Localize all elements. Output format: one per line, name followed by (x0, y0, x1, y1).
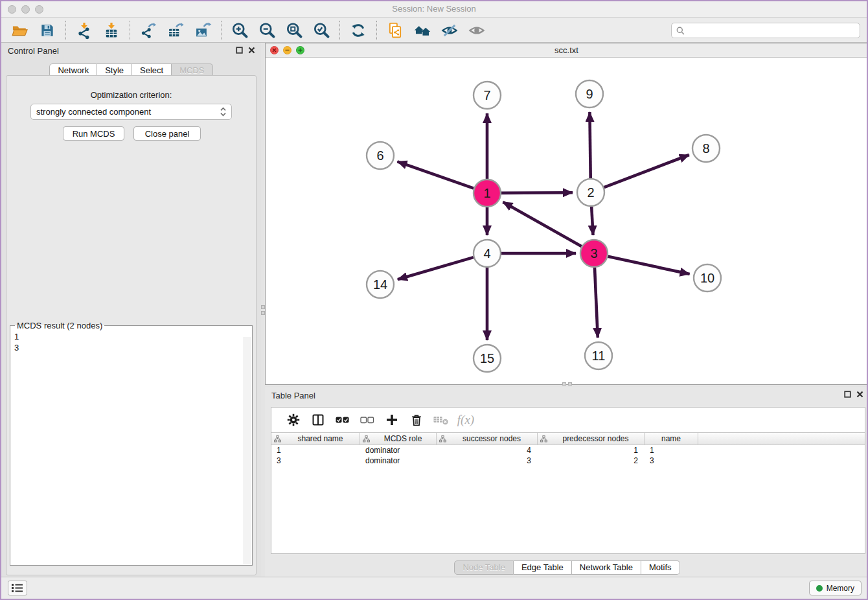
edge-3-11[interactable] (595, 268, 598, 338)
delete-table-button[interactable] (429, 410, 453, 430)
table-row[interactable]: 3dominator323 (271, 456, 865, 466)
edge-4-14[interactable] (398, 257, 474, 279)
control-panel-title: Control Panel (8, 46, 59, 56)
deselect-all-button[interactable] (355, 410, 380, 430)
node-10[interactable]: 10 (694, 264, 721, 292)
column-settings-button[interactable] (281, 410, 306, 430)
gear-icon (287, 413, 300, 426)
table-cell: 2 (538, 456, 645, 465)
node-table-container: f(x) shared nameMCDS rolesuccessor nodes… (271, 407, 865, 554)
select-chevrons-icon (220, 107, 226, 117)
export-table-icon (166, 21, 185, 40)
export-image-button[interactable] (192, 20, 214, 41)
node-9[interactable]: 9 (576, 80, 603, 108)
node-2[interactable]: 2 (577, 179, 604, 206)
table-cell: 3 (645, 456, 698, 465)
show-all-button[interactable] (466, 20, 488, 41)
result-scrollbar[interactable] (244, 337, 251, 564)
function-fx-icon: f(x) (457, 413, 474, 427)
column-header-successor-nodes[interactable]: successor nodes (437, 433, 538, 444)
table-cell: 1 (538, 446, 645, 455)
zoom-in-button[interactable] (229, 20, 251, 41)
task-history-button[interactable] (8, 581, 27, 595)
float-panel-icon[interactable] (236, 47, 243, 54)
memory-label: Memory (827, 584, 854, 593)
open-session-button[interactable] (9, 20, 31, 41)
node-8[interactable]: 8 (692, 135, 720, 162)
first-neighbors-button[interactable] (411, 20, 433, 41)
column-header-name[interactable]: name (645, 433, 698, 444)
network-graph[interactable]: 7968124314101511 (266, 58, 867, 384)
apply-function-button[interactable]: f(x) (453, 410, 478, 430)
import-network-icon (75, 21, 93, 40)
column-label: shared name (281, 434, 360, 443)
horizontal-splitter-grip[interactable] (557, 381, 577, 386)
save-session-button[interactable] (36, 20, 58, 41)
edge-1-6[interactable] (397, 161, 474, 188)
float-panel-icon[interactable] (844, 391, 851, 398)
edge-2-8[interactable] (604, 155, 689, 187)
import-network-button[interactable] (73, 20, 95, 41)
edge-3-10[interactable] (608, 257, 690, 274)
network-view-window: scc.txt 7968124314101511 (265, 43, 868, 385)
tab-edge-table[interactable]: Edge Table (514, 560, 572, 575)
memory-button[interactable]: Memory (809, 581, 862, 595)
delete-column-button[interactable] (404, 410, 429, 430)
optimization-criterion-select[interactable]: strongly connected component (30, 104, 232, 120)
hide-selected-button[interactable] (439, 20, 461, 41)
edge-1-2[interactable] (501, 192, 573, 193)
node-3[interactable]: 3 (580, 240, 608, 267)
new-network-from-selection-button[interactable] (384, 20, 406, 41)
zoom-fit-button[interactable] (283, 20, 305, 41)
node-6[interactable]: 6 (367, 142, 394, 169)
column-header-mcds-role[interactable]: MCDS role (360, 433, 437, 444)
column-header-predecessor-nodes[interactable]: predecessor nodes (538, 433, 645, 444)
tab-motifs[interactable]: Motifs (641, 560, 680, 575)
search-input[interactable] (688, 26, 855, 36)
close-panel-icon[interactable] (856, 391, 863, 398)
run-mcds-button[interactable]: Run MCDS (63, 126, 124, 141)
node-14[interactable]: 14 (367, 271, 394, 298)
zoom-out-button[interactable] (256, 20, 278, 41)
table-cell: 1 (645, 446, 698, 455)
column-label: name (645, 434, 698, 443)
svg-text:1: 1 (483, 186, 490, 200)
node-4[interactable]: 4 (474, 240, 501, 267)
edge-2-3[interactable] (591, 207, 593, 235)
edge-3-1[interactable] (503, 202, 581, 247)
application-window: Session: New Session (0, 0, 868, 600)
search-box[interactable] (671, 23, 860, 38)
node-11[interactable]: 11 (585, 342, 612, 369)
export-table-button[interactable] (165, 20, 187, 41)
zoom-in-icon (231, 21, 249, 40)
column-header-shared-name[interactable]: shared name (271, 433, 360, 444)
svg-text:11: 11 (592, 349, 606, 363)
edge-2-9[interactable] (589, 112, 590, 178)
toggle-panes-button[interactable] (306, 410, 330, 430)
node-15[interactable]: 15 (474, 345, 501, 372)
table-cell: 4 (437, 446, 538, 455)
export-network-button[interactable] (137, 20, 159, 41)
select-all-button[interactable] (330, 410, 355, 430)
node-1[interactable]: 1 (474, 179, 501, 207)
tab-network-table[interactable]: Network Table (572, 560, 641, 575)
column-type-icon (274, 435, 281, 443)
table-header-row: shared nameMCDS rolesuccessor nodesprede… (271, 432, 865, 445)
refresh-layout-button[interactable] (347, 20, 369, 41)
add-column-button[interactable] (380, 410, 404, 430)
table-row[interactable]: 1dominator411 (271, 445, 865, 456)
close-panel-icon[interactable] (248, 47, 255, 54)
svg-text:4: 4 (483, 246, 490, 260)
import-table-button[interactable] (100, 20, 122, 41)
memory-status-dot (816, 585, 823, 592)
vertical-splitter-grip[interactable] (260, 301, 265, 319)
zoom-out-icon (258, 21, 276, 40)
tab-node-table[interactable]: Node Table (454, 560, 514, 575)
node-7[interactable]: 7 (474, 82, 501, 109)
zoom-selected-button[interactable] (310, 20, 332, 41)
close-panel-button[interactable]: Close panel (133, 126, 201, 141)
column-label: MCDS role (370, 434, 436, 443)
mcds-panel: Optimization criterion: strongly connect… (6, 75, 257, 575)
table-panel-tabs-wrap: Node TableEdge TableNetwork TableMotifs (265, 560, 868, 575)
mcds-result-title: MCDS result (2 nodes) (15, 321, 104, 330)
